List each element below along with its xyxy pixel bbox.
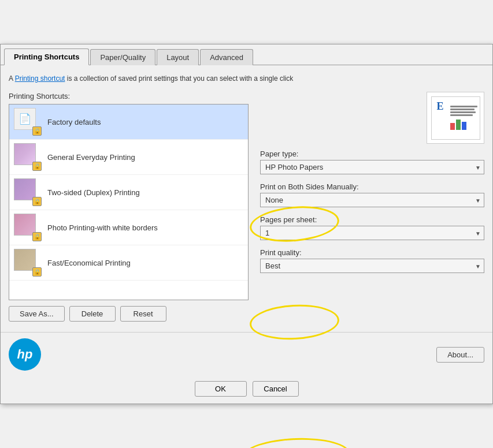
action-buttons: Save As... Delete Reset xyxy=(9,306,249,322)
print-quality-select-wrapper: Best xyxy=(260,259,484,273)
tab-bar: Printing Shortcuts Paper/Quality Layout … xyxy=(1,44,492,65)
preview-chart xyxy=(450,120,477,130)
chart-bar-green xyxy=(456,120,461,130)
print-quality-field-group: Print quality: Best xyxy=(260,248,484,273)
preview-left: E xyxy=(434,99,447,137)
preview-line xyxy=(450,106,477,107)
bottom-buttons: OK Cancel xyxy=(1,376,492,404)
shortcut-name: Photo Printing-with white borders xyxy=(47,223,158,232)
paper-type-field-group: Paper type: HP Photo Papers xyxy=(260,150,484,174)
chart-bar-red xyxy=(450,123,455,130)
shortcut-icon-fast: 🔒 xyxy=(14,249,42,277)
tab-paper-quality[interactable]: Paper/Quality xyxy=(90,49,155,65)
preview-letter-e: E xyxy=(436,100,443,113)
preview-line xyxy=(450,109,475,110)
about-button[interactable]: About... xyxy=(436,347,484,363)
tab-printing-shortcuts[interactable]: Printing Shortcuts xyxy=(4,48,89,65)
pages-per-sheet-select-wrapper: 1 xyxy=(260,226,484,240)
left-panel: Printing Shortcuts: 📄 🔒 Factory defaults xyxy=(9,92,249,322)
hp-logo-text: hp xyxy=(17,347,33,362)
pages-per-sheet-field-group: Pages per sheet: 1 xyxy=(260,215,484,240)
print-quality-label: Print quality: xyxy=(260,248,484,257)
description-text: A Printing shortcut is a collection of s… xyxy=(9,73,484,84)
pages-per-sheet-label: Pages per sheet: xyxy=(260,215,484,224)
preview-line xyxy=(450,114,473,116)
shortcut-name: Two-sided (Duplex) Printing xyxy=(47,188,140,197)
footer-right: About... xyxy=(436,347,484,363)
print-quality-select[interactable]: Best xyxy=(260,259,484,273)
print-both-sides-label: Print on Both Sides Manually: xyxy=(260,182,484,191)
shortcut-name: General Everyday Printing xyxy=(47,153,135,162)
lock-icon: 🔒 xyxy=(32,267,42,277)
tab-layout[interactable]: Layout xyxy=(157,49,199,65)
shortcut-icon-everyday: 🔒 xyxy=(14,143,42,171)
list-item[interactable]: 📄 🔒 Factory defaults xyxy=(9,104,248,140)
shortcuts-list: 📄 🔒 Factory defaults 🔒 General Ever xyxy=(9,104,249,300)
tab-advanced[interactable]: Advanced xyxy=(200,49,253,65)
shortcut-icon-duplex: 🔒 xyxy=(14,178,42,206)
paper-type-select-wrapper: HP Photo Papers xyxy=(260,160,484,174)
list-item[interactable]: 🔒 Fast/Economical Printing xyxy=(9,245,248,281)
lock-icon: 🔒 xyxy=(32,126,42,136)
ok-button[interactable]: OK xyxy=(195,381,247,397)
description-link: Printing shortcut xyxy=(15,74,65,83)
lock-icon: 🔒 xyxy=(32,162,42,171)
print-both-sides-field-group: Print on Both Sides Manually: None xyxy=(260,182,484,207)
lock-icon: 🔒 xyxy=(32,197,42,206)
save-as-button[interactable]: Save As... xyxy=(9,306,65,322)
cancel-button[interactable]: Cancel xyxy=(253,381,299,397)
paper-type-label: Paper type: xyxy=(260,150,484,158)
reset-button[interactable]: Reset xyxy=(120,306,166,322)
list-item[interactable]: 🔒 Photo Printing-with white borders xyxy=(9,210,248,245)
tab-content: A Printing shortcut is a collection of s… xyxy=(1,65,492,327)
preview-box: E xyxy=(427,92,484,144)
print-both-sides-select-wrapper: None xyxy=(260,193,484,207)
list-item[interactable]: 🔒 Two-sided (Duplex) Printing xyxy=(9,175,248,210)
preview-line xyxy=(450,111,476,113)
main-layout: Printing Shortcuts: 📄 🔒 Factory defaults xyxy=(9,92,484,322)
hp-logo: hp xyxy=(9,338,41,371)
list-item[interactable]: 🔒 General Everyday Printing xyxy=(9,140,248,175)
shortcut-name: Fast/Economical Printing xyxy=(47,259,131,267)
ok-button-annotation xyxy=(242,436,350,448)
preview-document: E xyxy=(431,96,480,140)
pages-per-sheet-select[interactable]: 1 xyxy=(260,226,484,240)
delete-button[interactable]: Delete xyxy=(69,306,116,322)
preview-right xyxy=(450,99,477,137)
paper-type-select[interactable]: HP Photo Papers xyxy=(260,160,484,174)
shortcut-icon-factory: 📄 🔒 xyxy=(14,108,42,136)
shortcut-icon-photo: 🔒 xyxy=(14,214,42,241)
shortcuts-section-label: Printing Shortcuts: xyxy=(9,92,249,100)
shortcut-name: Factory defaults xyxy=(47,118,101,126)
footer-area: hp About... xyxy=(1,332,492,376)
right-panel: E xyxy=(260,92,484,322)
lock-icon: 🔒 xyxy=(32,232,42,241)
chart-bar-blue xyxy=(462,122,466,130)
print-both-sides-select[interactable]: None xyxy=(260,193,484,207)
